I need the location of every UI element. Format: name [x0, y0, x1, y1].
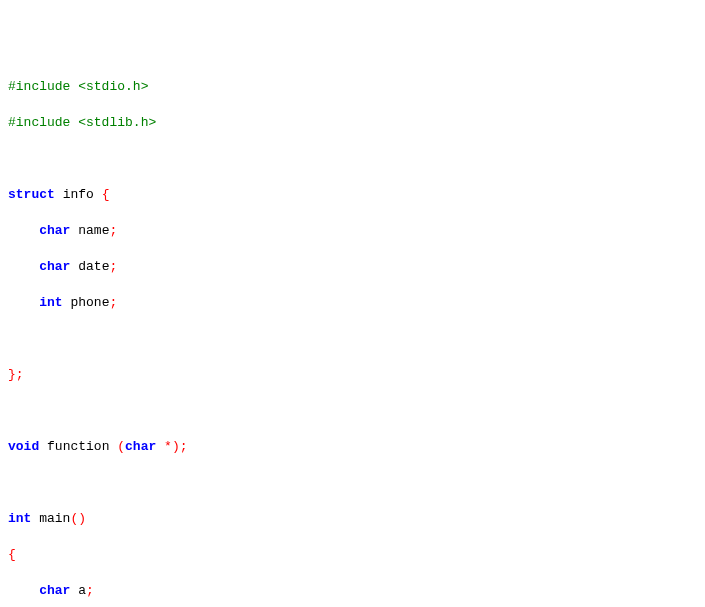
indent — [8, 223, 39, 238]
punct: { — [8, 547, 16, 562]
blank-line — [8, 402, 697, 420]
identifier: phone — [70, 295, 109, 310]
code-line: #include <stdlib.h> — [8, 114, 697, 132]
keyword: struct — [8, 187, 55, 202]
code-line: char a; — [8, 582, 697, 600]
space — [156, 439, 164, 454]
punct: () — [70, 511, 86, 526]
punct: ( — [117, 439, 125, 454]
keyword: char — [39, 223, 70, 238]
identifier: main — [39, 511, 70, 526]
keyword: char — [125, 439, 156, 454]
preproc-header: <stdlib.h> — [78, 115, 156, 130]
keyword: int — [39, 295, 62, 310]
code-line: char date; — [8, 258, 697, 276]
indent — [8, 583, 39, 598]
identifier: function — [47, 439, 117, 454]
blank-line — [8, 150, 697, 168]
space — [39, 439, 47, 454]
punct: ; — [86, 583, 94, 598]
blank-line — [8, 474, 697, 492]
keyword: char — [39, 583, 70, 598]
punct: ; — [109, 295, 117, 310]
identifier: date — [78, 259, 109, 274]
preproc-header: <stdio.h> — [78, 79, 148, 94]
keyword: int — [8, 511, 31, 526]
identifier: name — [78, 223, 109, 238]
identifier: info — [63, 187, 102, 202]
indent — [8, 259, 39, 274]
code-line: struct info { — [8, 186, 697, 204]
punct: ; — [109, 223, 117, 238]
code-line: }; — [8, 366, 697, 384]
code-line: int phone; — [8, 294, 697, 312]
preproc: #include — [8, 115, 78, 130]
code-line: { — [8, 546, 697, 564]
preproc: #include — [8, 79, 78, 94]
punct: { — [102, 187, 110, 202]
space — [55, 187, 63, 202]
indent — [8, 295, 39, 310]
code-line: void function (char *); — [8, 438, 697, 456]
code-line: char name; — [8, 222, 697, 240]
code-line: #include <stdio.h> — [8, 78, 697, 96]
punct: }; — [8, 367, 24, 382]
identifier: a — [78, 583, 86, 598]
code-line: int main() — [8, 510, 697, 528]
blank-line — [8, 330, 697, 348]
punct: *); — [164, 439, 187, 454]
keyword: char — [39, 259, 70, 274]
keyword: void — [8, 439, 39, 454]
punct: ; — [109, 259, 117, 274]
